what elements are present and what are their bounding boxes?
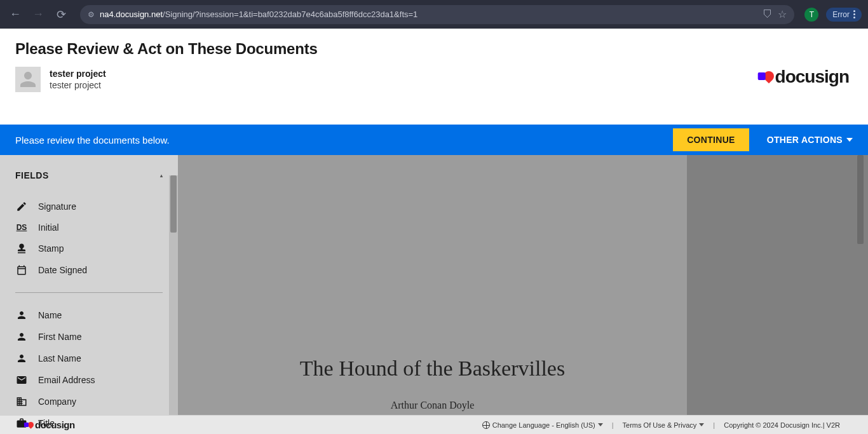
document-title: The Hound of the Baskervilles <box>300 356 565 381</box>
error-badge[interactable]: Error <box>826 8 862 22</box>
back-button[interactable]: ← <box>6 6 24 24</box>
field-company[interactable]: Company <box>0 391 178 412</box>
document-author: Arthur Conan Doyle <box>391 400 475 411</box>
review-message: Please review the documents below. <box>15 135 170 146</box>
collapse-icon[interactable]: ▴ <box>160 173 163 179</box>
app-header: Please Review & Act on These Documents t… <box>0 29 868 125</box>
sidebar-scroll-thumb[interactable] <box>170 175 177 233</box>
arrow-left-icon: ← <box>10 8 21 21</box>
kebab-menu-icon <box>853 10 855 18</box>
person-placeholder-icon <box>17 68 39 91</box>
copyright-text: Copyright © 2024 Docusign Inc.| V2R <box>724 421 840 429</box>
action-bar: Please review the documents below. CONTI… <box>0 125 868 155</box>
initial-icon: DS <box>15 223 28 232</box>
field-label: Stamp <box>38 243 64 254</box>
date-icon <box>15 264 28 276</box>
reload-icon: ⟳ <box>57 8 66 22</box>
sender-avatar <box>15 67 41 92</box>
address-bar[interactable]: ⚙ na4.docusign.net/Signing/?insession=1&… <box>80 5 794 24</box>
field-label: Date Signed <box>38 265 87 275</box>
sidebar-scrollbar[interactable] <box>169 175 178 415</box>
globe-icon <box>482 421 490 429</box>
field-first-name[interactable]: First Name <box>0 326 178 348</box>
field-name[interactable]: Name <box>0 304 178 326</box>
document-page[interactable]: The Hound of the Baskervilles Arthur Con… <box>178 155 687 415</box>
chevron-down-icon <box>846 138 853 142</box>
field-label: Last Name <box>38 353 81 363</box>
field-divider <box>15 292 163 293</box>
field-signature[interactable]: Signature <box>0 196 178 217</box>
signature-icon <box>15 201 28 212</box>
forward-button[interactable]: → <box>29 6 47 24</box>
arrow-right-icon: → <box>32 8 44 21</box>
site-settings-icon[interactable]: ⚙ <box>88 10 95 19</box>
continue-button[interactable]: CONTINUE <box>673 128 749 151</box>
bookmark-icon[interactable]: ☆ <box>778 8 787 20</box>
page-title: Please Review & Act on These Documents <box>15 40 853 58</box>
sender-subtitle: tester project <box>50 79 106 91</box>
logo-mark-icon <box>761 69 776 84</box>
language-selector[interactable]: Change Language - English (US) <box>482 421 603 429</box>
extension-icon[interactable]: ⛉ <box>763 9 773 20</box>
fields-heading: FIELDS <box>15 170 49 180</box>
person-icon <box>15 331 28 342</box>
sender-name: tester project <box>50 68 106 79</box>
field-label: First Name <box>38 332 81 342</box>
field-email-address[interactable]: Email Address <box>0 369 178 391</box>
stamp-icon <box>15 243 28 254</box>
person-icon <box>15 353 28 364</box>
docusign-logo: docusign <box>764 67 849 87</box>
field-initial[interactable]: DSInitial <box>0 217 178 238</box>
person-icon <box>15 309 28 321</box>
separator: | <box>713 421 715 429</box>
url-text: na4.docusign.net/Signing/?insession=1&ti… <box>100 10 417 19</box>
chevron-down-icon <box>598 423 603 426</box>
chevron-down-icon <box>699 423 704 426</box>
document-scroll-thumb[interactable] <box>857 155 864 244</box>
field-label: Name <box>38 310 62 320</box>
field-date-signed[interactable]: Date Signed <box>0 259 178 281</box>
field-label: Title <box>38 418 55 428</box>
field-label: Email Address <box>38 375 95 385</box>
field-label: Company <box>38 397 76 407</box>
field-label: Initial <box>38 222 59 233</box>
main-area: FIELDS ▴ SignatureDSInitialStampDate Sig… <box>0 155 868 415</box>
document-gutter <box>687 155 868 415</box>
reload-button[interactable]: ⟳ <box>52 6 70 24</box>
fields-sidebar: FIELDS ▴ SignatureDSInitialStampDate Sig… <box>0 155 178 415</box>
separator: | <box>612 421 614 429</box>
other-actions-dropdown[interactable]: OTHER ACTIONS <box>767 135 853 145</box>
field-last-name[interactable]: Last Name <box>0 348 178 369</box>
field-stamp[interactable]: Stamp <box>0 238 178 259</box>
browser-toolbar: ← → ⟳ ⚙ na4.docusign.net/Signing/?insess… <box>0 0 868 29</box>
profile-avatar[interactable]: T <box>804 8 818 22</box>
terms-link[interactable]: Terms Of Use & Privacy <box>623 421 705 429</box>
email-icon <box>15 374 28 386</box>
field-label: Signature <box>38 201 76 212</box>
document-scrollbar[interactable] <box>855 155 864 415</box>
document-viewport[interactable]: The Hound of the Baskervilles Arthur Con… <box>178 155 868 415</box>
company-icon <box>15 396 28 407</box>
